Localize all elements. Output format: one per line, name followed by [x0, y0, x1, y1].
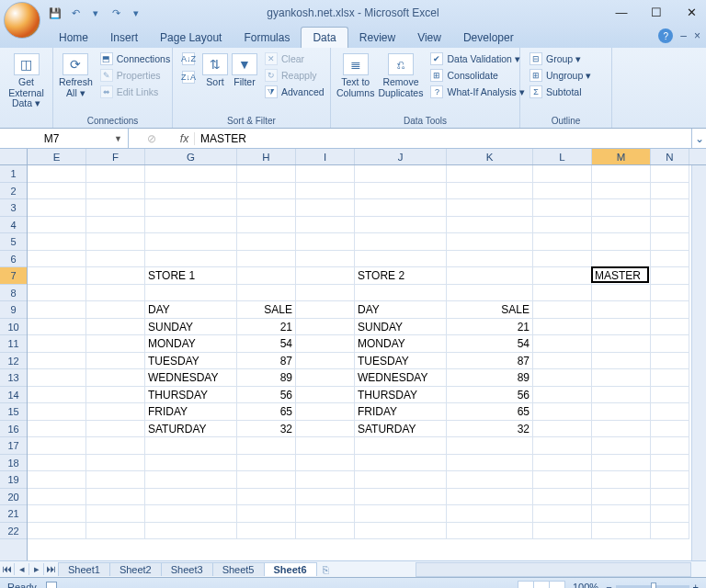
cell-E21[interactable] [28, 505, 86, 523]
connections-button[interactable]: ⬒Connections [97, 51, 174, 66]
cell-N16[interactable] [651, 421, 689, 438]
cell-H1[interactable] [237, 165, 296, 183]
cell-J18[interactable] [355, 455, 447, 472]
cell-F2[interactable] [86, 183, 145, 200]
cell-M11[interactable] [592, 335, 651, 353]
col-header-K[interactable]: K [447, 149, 533, 164]
close-button[interactable]: ✕ [682, 4, 700, 20]
cell-H8[interactable] [237, 285, 296, 302]
cell-G9[interactable]: DAY [145, 301, 237, 319]
cell-K18[interactable] [447, 455, 533, 472]
cell-N12[interactable] [651, 353, 689, 370]
cell-I22[interactable] [296, 523, 355, 540]
cell-F6[interactable] [86, 251, 145, 268]
properties-button[interactable]: ✎Properties [97, 68, 174, 83]
cell-N14[interactable] [651, 387, 689, 404]
cell-I16[interactable] [296, 421, 355, 438]
cell-E2[interactable] [28, 183, 86, 200]
cell-I9[interactable] [296, 301, 355, 319]
cell-K4[interactable] [447, 217, 533, 234]
cell-M7[interactable]: MASTER [592, 267, 651, 285]
select-all-corner[interactable] [0, 149, 28, 165]
cell-L7[interactable] [533, 267, 592, 285]
page-layout-view-button[interactable] [533, 581, 550, 589]
cell-I15[interactable] [296, 403, 355, 421]
row-header-15[interactable]: 15 [0, 403, 27, 421]
cell-G10[interactable]: SUNDAY [145, 319, 237, 336]
col-header-N[interactable]: N [651, 149, 689, 164]
cell-E18[interactable] [28, 455, 86, 472]
cell-K19[interactable] [447, 471, 533, 489]
cell-J22[interactable] [355, 523, 447, 540]
row-header-20[interactable]: 20 [0, 489, 27, 506]
cell-M10[interactable] [592, 319, 651, 336]
cell-F18[interactable] [86, 455, 145, 472]
cell-K1[interactable] [447, 165, 533, 183]
cell-M20[interactable] [592, 489, 651, 506]
macro-record-icon[interactable] [46, 582, 57, 589]
cell-J7[interactable]: STORE 2 [355, 267, 447, 285]
clear-filter-button[interactable]: ✕Clear [261, 51, 328, 66]
cell-L15[interactable] [533, 403, 592, 421]
cell-I13[interactable] [296, 369, 355, 387]
cell-M18[interactable] [592, 455, 651, 472]
row-header-17[interactable]: 17 [0, 437, 27, 455]
cell-K11[interactable]: 54 [447, 335, 533, 353]
col-header-E[interactable]: E [28, 149, 86, 164]
cell-F1[interactable] [86, 165, 145, 183]
horizontal-scrollbar[interactable] [416, 562, 691, 577]
cell-F15[interactable] [86, 403, 145, 421]
cell-N7[interactable] [651, 267, 689, 285]
cell-E11[interactable] [28, 335, 86, 353]
tab-home[interactable]: Home [48, 28, 99, 48]
subtotal-button[interactable]: ΣSubtotal [526, 85, 595, 99]
cell-H16[interactable]: 32 [237, 421, 296, 438]
name-box-input[interactable] [6, 132, 97, 145]
cell-H6[interactable] [237, 251, 296, 268]
cell-F22[interactable] [86, 523, 145, 540]
cell-F19[interactable] [86, 471, 145, 489]
cell-N20[interactable] [651, 489, 689, 506]
cell-I21[interactable] [296, 505, 355, 523]
cell-I14[interactable] [296, 387, 355, 404]
cell-L11[interactable] [533, 335, 592, 353]
group-button[interactable]: ⊟Group ▾ [526, 51, 595, 66]
row-header-2[interactable]: 2 [0, 183, 27, 200]
cell-K22[interactable] [447, 523, 533, 540]
sheet-tab-sheet5[interactable]: Sheet5 [212, 562, 265, 576]
edit-links-button[interactable]: ⬌Edit Links [97, 85, 174, 99]
cell-N18[interactable] [651, 455, 689, 472]
what-if-button[interactable]: ?What-If Analysis ▾ [427, 85, 528, 99]
cell-N19[interactable] [651, 471, 689, 489]
row-header-22[interactable]: 22 [0, 523, 27, 540]
row-header-10[interactable]: 10 [0, 319, 27, 336]
cell-M22[interactable] [592, 523, 651, 540]
zoom-slider[interactable]: − + [606, 582, 699, 589]
cell-H10[interactable]: 21 [237, 319, 296, 336]
cell-M13[interactable] [592, 369, 651, 387]
sheet-tab-sheet6[interactable]: Sheet6 [264, 562, 317, 576]
cell-J5[interactable] [355, 233, 447, 251]
cell-J14[interactable]: THURSDAY [355, 387, 447, 404]
cell-K20[interactable] [447, 489, 533, 506]
cell-H12[interactable]: 87 [237, 353, 296, 370]
cell-G11[interactable]: MONDAY [145, 335, 237, 353]
cell-L20[interactable] [533, 489, 592, 506]
cell-J2[interactable] [355, 183, 447, 200]
doc-close-icon[interactable]: × [694, 29, 700, 42]
cell-E12[interactable] [28, 353, 86, 370]
maximize-button[interactable]: ☐ [647, 4, 666, 20]
cell-H14[interactable]: 56 [237, 387, 296, 404]
cell-N21[interactable] [651, 505, 689, 523]
cell-F20[interactable] [86, 489, 145, 506]
cell-K14[interactable]: 56 [447, 387, 533, 404]
cell-K3[interactable] [447, 199, 533, 217]
cell-J20[interactable] [355, 489, 447, 506]
cell-G3[interactable] [145, 199, 237, 217]
cell-K13[interactable]: 89 [447, 369, 533, 387]
filter-button[interactable]: ▼ Filter [232, 50, 257, 88]
cell-H13[interactable]: 89 [237, 369, 296, 387]
cell-M14[interactable] [592, 387, 651, 404]
spreadsheet-grid[interactable]: 12345678910111213141516171819202122 STOR… [0, 165, 706, 560]
cell-E15[interactable] [28, 403, 86, 421]
